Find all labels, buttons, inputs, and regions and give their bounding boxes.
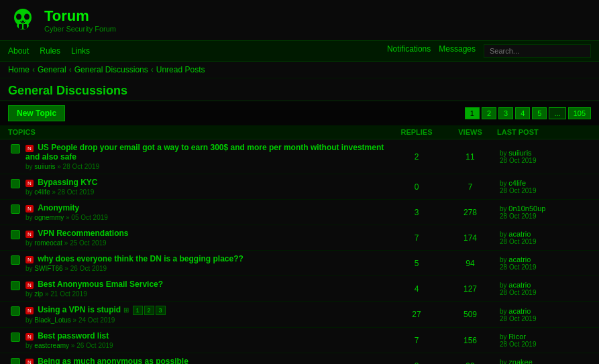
topic-folder-icon bbox=[11, 255, 20, 265]
topic-content: N Using a VPN is stupid ⊞123 by Black_Lo… bbox=[25, 305, 166, 324]
breadcrumb-home[interactable]: Home bbox=[8, 65, 30, 74]
topic-folder-icon bbox=[11, 144, 20, 154]
table-row: N Using a VPN is stupid ⊞123 by Black_Lo… bbox=[0, 302, 599, 328]
last-post-author[interactable]: suiiuris bbox=[508, 149, 531, 157]
sub-page-button[interactable]: 3 bbox=[156, 306, 166, 315]
topic-folder-icon bbox=[11, 179, 20, 188]
topic-title[interactable]: Using a VPN is stupid bbox=[38, 305, 121, 314]
topic-title[interactable]: Best password list bbox=[38, 331, 109, 341]
page-heading: General Discussions bbox=[0, 78, 599, 101]
new-topic-button[interactable]: New Topic bbox=[8, 105, 65, 121]
breadcrumb-general-discussions[interactable]: General Discussions bbox=[74, 65, 148, 74]
table-row: N US People drop your email got a way to… bbox=[0, 139, 599, 174]
last-post-author[interactable]: znakee bbox=[508, 358, 532, 364]
topic-replies: 27 bbox=[390, 310, 443, 319]
topic-title[interactable]: US People drop your email got a way to e… bbox=[25, 143, 384, 162]
topic-views: 99 bbox=[443, 361, 497, 365]
topic-main: N Best password list by eastcreamy » 26 … bbox=[11, 331, 387, 349]
brand-text: Torum Cyber Security Forum bbox=[44, 7, 116, 33]
topic-title[interactable]: why does everyone think the DN is a begg… bbox=[38, 254, 243, 263]
topic-meta: by SWIFT66 » 26 Oct 2019 bbox=[25, 265, 243, 272]
topic-meta: by eastcreamy » 26 Oct 2019 bbox=[25, 342, 113, 349]
breadcrumb-general[interactable]: General bbox=[38, 65, 66, 74]
search-bar bbox=[484, 44, 591, 58]
page-3-button[interactable]: 3 bbox=[498, 107, 513, 119]
topic-content: N Being as much anonymous as possible by… bbox=[25, 357, 188, 364]
topic-content: N VPN Recommendations by romeocat » 25 O… bbox=[25, 229, 129, 247]
new-badge: N bbox=[25, 359, 34, 364]
topic-author[interactable]: c4life bbox=[34, 188, 50, 196]
page-last-button[interactable]: 105 bbox=[568, 107, 591, 119]
last-post-author[interactable]: Ricor bbox=[508, 332, 526, 341]
last-post-author[interactable]: acatrio bbox=[508, 230, 531, 238]
topic-author[interactable]: zip bbox=[34, 290, 43, 298]
nav-rules[interactable]: Rules bbox=[40, 46, 60, 56]
last-post-author[interactable]: 0n10n50up bbox=[508, 204, 545, 213]
topic-info: N why does everyone think the DN is a be… bbox=[8, 254, 390, 272]
topic-meta: by romeocat » 25 Oct 2019 bbox=[25, 239, 129, 247]
toolbar: New Topic 1 2 3 4 5 ... 105 bbox=[0, 101, 599, 125]
svg-point-5 bbox=[24, 14, 30, 20]
page-ellipsis: ... bbox=[549, 107, 565, 119]
top-nav-right: Notifications Messages bbox=[387, 44, 591, 58]
page-5-button[interactable]: 5 bbox=[532, 107, 547, 119]
topic-info: N Using a VPN is stupid ⊞123 by Black_Lo… bbox=[8, 305, 390, 324]
topic-meta: by suiiuris » 28 Oct 2019 bbox=[25, 163, 387, 170]
topic-info: N US People drop your email got a way to… bbox=[8, 143, 390, 170]
nav-about[interactable]: About bbox=[8, 46, 29, 56]
topic-views: 156 bbox=[443, 336, 497, 345]
topic-folder-icon bbox=[11, 281, 20, 290]
nav-notifications[interactable]: Notifications bbox=[387, 44, 431, 58]
topic-author[interactable]: romeocat bbox=[34, 239, 62, 247]
new-badge: N bbox=[25, 282, 34, 289]
topic-meta: by Black_Lotus » 24 Oct 2019 bbox=[25, 316, 166, 324]
nav-links[interactable]: Links bbox=[71, 46, 90, 56]
topic-meta: by c4life » 28 Oct 2019 bbox=[25, 188, 97, 196]
table-row: N Anonymity by ognemmy » 05 Oct 2019 3 2… bbox=[0, 200, 599, 225]
topic-title[interactable]: Best Anonymous Email Service? bbox=[38, 280, 163, 289]
topic-folder-icon bbox=[11, 358, 20, 364]
breadcrumb: Home ‹ General ‹ General Discussions ‹ U… bbox=[0, 62, 599, 78]
topic-title[interactable]: Bypassing KYC bbox=[38, 178, 97, 187]
last-post-author[interactable]: acatrio bbox=[508, 281, 531, 289]
page-2-button[interactable]: 2 bbox=[482, 107, 496, 119]
topic-author[interactable]: ognemmy bbox=[34, 214, 64, 221]
new-badge: N bbox=[25, 180, 34, 187]
topic-content: N Bypassing KYC by c4life » 28 Oct 2019 bbox=[25, 178, 97, 196]
sub-page-button[interactable]: 1 bbox=[133, 306, 143, 315]
new-badge: N bbox=[25, 231, 34, 238]
topic-author[interactable]: Black_Lotus bbox=[34, 316, 70, 324]
topic-author[interactable]: SWIFT66 bbox=[34, 265, 62, 272]
topic-info: N Bypassing KYC by c4life » 28 Oct 2019 bbox=[8, 178, 390, 196]
topic-main: N Anonymity by ognemmy » 05 Oct 2019 bbox=[11, 203, 387, 221]
last-post-author[interactable]: c4life bbox=[508, 179, 526, 187]
topic-title[interactable]: Anonymity bbox=[38, 203, 79, 213]
table-row: N Best password list by eastcreamy » 26 … bbox=[0, 328, 599, 353]
last-post-author[interactable]: acatrio bbox=[508, 307, 531, 315]
topic-replies: 3 bbox=[390, 208, 443, 217]
site-title[interactable]: Torum bbox=[44, 7, 116, 25]
page-icon: ⊞ bbox=[123, 306, 129, 314]
topic-author[interactable]: eastcreamy bbox=[34, 342, 69, 349]
page-4-button[interactable]: 4 bbox=[515, 107, 530, 119]
topic-last-post: by acatrio28 Oct 2019 bbox=[497, 281, 591, 296]
topic-info: N Best password list by eastcreamy » 26 … bbox=[8, 331, 390, 349]
breadcrumb-unread-posts[interactable]: Unread Posts bbox=[156, 65, 205, 74]
last-post-author[interactable]: acatrio bbox=[508, 255, 531, 263]
topic-views: 278 bbox=[443, 208, 497, 217]
site-header: Torum Cyber Security Forum bbox=[0, 0, 599, 41]
topic-meta: by zip » 21 Oct 2019 bbox=[25, 290, 163, 298]
search-input[interactable] bbox=[484, 44, 591, 58]
page-1-button[interactable]: 1 bbox=[465, 107, 480, 119]
sub-page-button[interactable]: 2 bbox=[144, 306, 154, 315]
topic-content: N Best Anonymous Email Service? by zip »… bbox=[25, 280, 163, 298]
topic-title[interactable]: VPN Recommendations bbox=[38, 229, 128, 238]
topic-author[interactable]: suiiuris bbox=[34, 163, 55, 170]
nav-messages[interactable]: Messages bbox=[439, 44, 476, 58]
topic-folder-icon bbox=[11, 204, 20, 214]
topic-content: N why does everyone think the DN is a be… bbox=[25, 254, 243, 272]
topic-info: N VPN Recommendations by romeocat » 25 O… bbox=[8, 229, 390, 247]
topic-views: 11 bbox=[443, 152, 497, 162]
topic-replies: 0 bbox=[390, 182, 443, 192]
topic-title[interactable]: Being as much anonymous as possible bbox=[38, 357, 188, 364]
